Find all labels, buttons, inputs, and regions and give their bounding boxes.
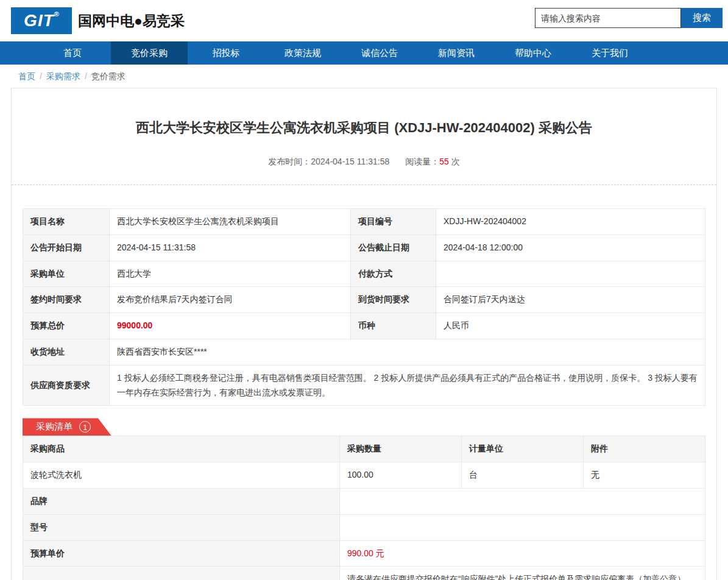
nav-item-home[interactable]: 首页 bbox=[34, 41, 111, 65]
views-unit: 次 bbox=[451, 157, 460, 166]
model-value bbox=[340, 514, 705, 540]
logo-text: GIT bbox=[24, 7, 54, 34]
site-title: 国网中电●易竞采 bbox=[78, 12, 185, 30]
column-header-product: 采购商品 bbox=[23, 436, 340, 462]
total-budget-value: 99000.00 bbox=[110, 313, 351, 339]
info-label: 项目编号 bbox=[351, 209, 436, 235]
brand-value bbox=[340, 488, 705, 514]
table-row: 采购单位 西北大学 付款方式 bbox=[23, 261, 705, 287]
table-row: 预算单价 990.00 元 bbox=[23, 540, 705, 567]
info-value: 2024-04-15 11:31:58 bbox=[110, 235, 351, 261]
info-label: 签约时间要求 bbox=[23, 287, 110, 313]
table-row: 公告开始日期 2024-04-15 11:31:58 公告截止日期 2024-0… bbox=[23, 235, 705, 261]
info-value: XDJJ-HW-202404002 bbox=[436, 209, 705, 235]
table-row: 预算总价 99000.00 币种 人民币 bbox=[23, 313, 705, 339]
info-label: 供应商资质要求 bbox=[23, 365, 110, 406]
purchase-list-count-badge: 1 bbox=[79, 421, 91, 433]
nav-item-bidding-purchase[interactable]: 竞价采购 bbox=[111, 41, 188, 65]
column-header-quantity: 采购数量 bbox=[340, 436, 462, 462]
table-row: 供应商资质要求 1 投标人必须经工商税务登记注册，具有电器销售类项目经营范围。 … bbox=[23, 365, 705, 406]
table-row: 品牌 bbox=[23, 488, 705, 514]
breadcrumb-separator: / bbox=[40, 71, 42, 81]
info-label: 公告截止日期 bbox=[351, 235, 436, 261]
main-nav: 首页 竞价采购 招投标 政策法规 诚信公告 新闻资讯 帮助中心 关于我们 bbox=[0, 41, 728, 65]
info-value: 西北大学 bbox=[110, 261, 351, 287]
nav-item-policy[interactable]: 政策法规 bbox=[264, 41, 341, 65]
site-logo[interactable]: GIT ® bbox=[11, 7, 72, 34]
product-name: 波轮式洗衣机 bbox=[23, 462, 340, 489]
nav-item-integrity[interactable]: 诚信公告 bbox=[341, 41, 418, 65]
info-value: 发布竞价结果后7天内签订合同 bbox=[110, 287, 351, 313]
info-value: 人民币 bbox=[436, 313, 705, 339]
info-label: 币种 bbox=[351, 313, 436, 339]
info-label: 到货时间要求 bbox=[351, 287, 436, 313]
spec-params-value: 请各潜在供应商提交报价时在“响应附件”处上传正式报价单及需求响应偏离表（加盖公章… bbox=[340, 567, 705, 580]
unit-price-value: 990.00 元 bbox=[340, 540, 705, 567]
breadcrumb-separator: / bbox=[85, 71, 87, 81]
info-label: 采购单位 bbox=[23, 261, 110, 287]
info-label: 项目名称 bbox=[23, 209, 110, 235]
purchase-list-badge: 采购清单 1 bbox=[23, 418, 111, 436]
info-value bbox=[436, 261, 705, 287]
project-info-table: 项目名称 西北大学长安校区学生公寓洗衣机采购项目 项目编号 XDJJ-HW-20… bbox=[23, 208, 705, 406]
search-input[interactable] bbox=[535, 8, 681, 28]
detail-label: 预算单价 bbox=[23, 540, 340, 567]
search-bar: 搜索 bbox=[535, 8, 723, 28]
product-attachment: 无 bbox=[584, 462, 705, 489]
nav-item-news[interactable]: 新闻资讯 bbox=[418, 41, 495, 65]
info-label: 付款方式 bbox=[351, 261, 436, 287]
table-row: 项目名称 西北大学长安校区学生公寓洗衣机采购项目 项目编号 XDJJ-HW-20… bbox=[23, 209, 705, 235]
info-value: 2024-04-18 12:00:00 bbox=[436, 235, 705, 261]
site-header: GIT ® 国网中电●易竞采 搜索 bbox=[0, 0, 728, 41]
info-label: 预算总价 bbox=[23, 313, 110, 339]
breadcrumb-home[interactable]: 首页 bbox=[18, 71, 35, 81]
detail-label: 型号 bbox=[23, 514, 340, 540]
table-row: 收货地址 陕西省西安市长安区**** bbox=[23, 339, 705, 365]
product-quantity: 100.00 bbox=[340, 462, 462, 489]
publish-time-label: 发布时间： bbox=[268, 157, 311, 166]
purchase-list-badge-label: 采购清单 bbox=[36, 421, 72, 433]
column-header-unit: 计量单位 bbox=[462, 436, 584, 462]
search-button[interactable]: 搜索 bbox=[681, 8, 723, 28]
registered-mark-icon: ® bbox=[54, 10, 59, 18]
info-value: 合同签订后7天内送达 bbox=[436, 287, 705, 313]
publish-time-value: 2024-04-15 11:31:58 bbox=[311, 157, 389, 166]
breadcrumb-current: 竞价需求 bbox=[91, 71, 125, 81]
purchase-list-table: 采购商品 采购数量 计量单位 附件 波轮式洗衣机 100.00 台 无 品牌 型… bbox=[23, 436, 705, 580]
info-label: 公告开始日期 bbox=[23, 235, 110, 261]
views-count: 55 bbox=[439, 157, 449, 166]
table-row: 波轮式洗衣机 100.00 台 无 bbox=[23, 462, 705, 489]
product-unit: 台 bbox=[462, 462, 584, 489]
breadcrumb-purchase-demand[interactable]: 采购需求 bbox=[46, 71, 80, 81]
table-row: 签约时间要求 发布竞价结果后7天内签订合同 到货时间要求 合同签订后7天内送达 bbox=[23, 287, 705, 313]
info-label: 收货地址 bbox=[23, 339, 110, 365]
nav-item-about[interactable]: 关于我们 bbox=[571, 41, 648, 65]
supplier-qualification-value: 1 投标人必须经工商税务登记注册，具有电器销售类项目经营范围。 2 投标人所提供… bbox=[110, 365, 705, 406]
purchase-list-section-header: 采购清单 1 bbox=[23, 418, 705, 436]
nav-item-help[interactable]: 帮助中心 bbox=[495, 41, 571, 65]
delivery-address-value: 陕西省西安市长安区**** bbox=[110, 339, 705, 365]
info-value: 西北大学长安校区学生公寓洗衣机采购项目 bbox=[110, 209, 351, 235]
table-row: 规格参数 请各潜在供应商提交报价时在“响应附件”处上传正式报价单及需求响应偏离表… bbox=[23, 567, 705, 580]
nav-item-tender[interactable]: 招投标 bbox=[188, 41, 264, 65]
table-row: 型号 bbox=[23, 514, 705, 540]
announcement-card: 西北大学长安校区学生公寓洗衣机采购项目 (XDJJ-HW-202404002) … bbox=[11, 88, 717, 580]
publish-info: 发布时间：2024-04-15 11:31:58阅读量：55 次 bbox=[12, 157, 716, 185]
views-label: 阅读量： bbox=[405, 157, 439, 166]
column-header-attachment: 附件 bbox=[584, 436, 705, 462]
detail-label: 品牌 bbox=[23, 488, 340, 514]
breadcrumb: 首页/采购需求/竞价需求 bbox=[0, 65, 728, 88]
detail-label: 规格参数 bbox=[23, 567, 340, 580]
table-header-row: 采购商品 采购数量 计量单位 附件 bbox=[23, 436, 705, 462]
page-title: 西北大学长安校区学生公寓洗衣机采购项目 (XDJJ-HW-202404002) … bbox=[36, 119, 692, 137]
